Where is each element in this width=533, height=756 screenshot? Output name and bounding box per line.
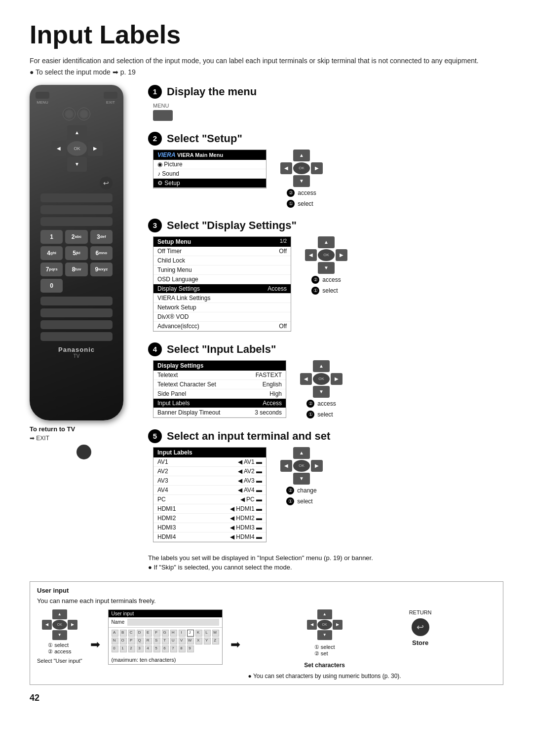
fn-btn-2[interactable] xyxy=(40,308,113,317)
return-button[interactable]: ↩ xyxy=(100,177,113,189)
ok-set-left[interactable]: ◀ xyxy=(307,620,317,630)
step-5-menu-title: Input Labels xyxy=(153,448,266,457)
key-p[interactable]: P xyxy=(128,638,135,644)
key-d[interactable]: D xyxy=(137,630,144,637)
fn-btn-3[interactable] xyxy=(40,320,113,329)
num-7[interactable]: 7pqrs xyxy=(40,263,63,276)
exit-button[interactable] xyxy=(104,92,117,99)
key-s[interactable]: S xyxy=(153,638,160,644)
key-f[interactable]: F xyxy=(153,630,160,637)
key-9k[interactable]: 9 xyxy=(187,645,194,652)
exit-circle-btn[interactable] xyxy=(76,445,91,459)
colored-btn-3[interactable] xyxy=(40,217,113,226)
brand-label: Panasonic xyxy=(36,346,117,353)
ok-left-5[interactable]: ◀ xyxy=(280,460,292,472)
ok-set-right[interactable]: ▶ xyxy=(333,620,343,630)
ok-up-5[interactable]: ▲ xyxy=(293,447,310,459)
num-5[interactable]: 5jkl xyxy=(65,246,87,260)
ok-right-4[interactable]: ▶ xyxy=(331,373,343,385)
ok-down-3[interactable]: ▼ xyxy=(318,262,335,274)
ok-down-5[interactable]: ▼ xyxy=(293,473,310,485)
brand-sub: TV xyxy=(36,353,117,359)
key-h[interactable]: H xyxy=(170,630,177,637)
ok-set-center[interactable]: OK xyxy=(317,620,332,630)
num-3[interactable]: 3def xyxy=(90,230,113,244)
num-1[interactable]: 1 xyxy=(40,230,63,244)
key-7k[interactable]: 7 xyxy=(170,645,177,652)
ok-mini-up-user[interactable]: ▲ xyxy=(52,609,67,619)
key-r[interactable]: R xyxy=(145,638,152,644)
key-5k[interactable]: 5 xyxy=(153,645,160,652)
key-z[interactable]: Z xyxy=(212,638,219,644)
key-y[interactable]: Y xyxy=(204,638,211,644)
ok-right-2[interactable]: ▶ xyxy=(311,162,323,174)
key-c[interactable]: C xyxy=(128,630,135,637)
ok-left-4[interactable]: ◀ xyxy=(300,373,312,385)
top-right-circle[interactable] xyxy=(77,108,90,120)
key-j[interactable]: J xyxy=(187,630,194,637)
ok-down-2[interactable]: ▼ xyxy=(293,175,310,187)
key-3k[interactable]: 3 xyxy=(137,645,144,652)
ok-mini-center-user[interactable]: OK xyxy=(52,620,67,630)
return-circle-button[interactable]: ↩ xyxy=(412,618,429,636)
ok-set-down[interactable]: ▼ xyxy=(317,630,332,640)
key-o[interactable]: O xyxy=(120,638,127,644)
colored-btn-1[interactable] xyxy=(40,193,113,202)
keyboard-name-input[interactable] xyxy=(127,619,219,626)
store-section: RETURN ↩ Store xyxy=(409,609,432,646)
ok-center-2[interactable]: OK xyxy=(293,162,310,174)
dpad-up[interactable]: ▲ xyxy=(67,125,87,140)
key-w[interactable]: W xyxy=(187,638,194,644)
key-q[interactable]: Q xyxy=(137,638,144,644)
key-6k[interactable]: 6 xyxy=(162,645,169,652)
ok-center-4[interactable]: OK xyxy=(313,373,330,385)
key-0k[interactable]: 0 xyxy=(112,645,118,652)
key-i[interactable]: I xyxy=(179,630,186,637)
key-x[interactable]: X xyxy=(195,638,202,644)
ok-left-2[interactable]: ◀ xyxy=(280,162,292,174)
ok-set-up[interactable]: ▲ xyxy=(317,609,332,619)
dpad-down[interactable]: ▼ xyxy=(67,157,87,172)
colored-btn-2[interactable] xyxy=(40,205,113,214)
fn-btn-4[interactable] xyxy=(40,332,113,341)
key-m[interactable]: M xyxy=(212,630,219,637)
num-0[interactable]: 0 xyxy=(40,279,63,293)
key-a[interactable]: A xyxy=(112,630,118,637)
num-9[interactable]: 9wxyz xyxy=(90,263,113,276)
ok-right-5[interactable]: ▶ xyxy=(311,460,323,472)
num-4[interactable]: 4ghi xyxy=(40,246,63,260)
num-8[interactable]: 8tuv xyxy=(65,263,87,276)
key-n[interactable]: N xyxy=(112,638,118,644)
ok-up-3[interactable]: ▲ xyxy=(318,236,335,248)
ok-center-5[interactable]: OK xyxy=(293,460,310,472)
ok-mini-down-user[interactable]: ▼ xyxy=(52,630,67,640)
key-t[interactable]: T xyxy=(162,638,169,644)
ok-up-2[interactable]: ▲ xyxy=(293,150,310,161)
top-left-circle[interactable] xyxy=(63,108,76,120)
key-8k[interactable]: 8 xyxy=(179,645,186,652)
key-k[interactable]: K xyxy=(195,630,202,637)
key-u[interactable]: U xyxy=(170,638,177,644)
ok-left-3[interactable]: ◀ xyxy=(305,249,317,261)
key-v[interactable]: V xyxy=(179,638,186,644)
num-6[interactable]: 6mno xyxy=(90,246,113,260)
fn-btn-1[interactable] xyxy=(40,297,113,305)
ok-mini-left-user[interactable]: ◀ xyxy=(42,620,52,630)
num-2[interactable]: 2abc xyxy=(65,230,87,244)
key-g[interactable]: G xyxy=(162,630,169,637)
menu-button[interactable] xyxy=(36,92,49,99)
key-b[interactable]: B xyxy=(120,630,127,637)
dpad-right[interactable]: ▶ xyxy=(88,141,103,156)
key-4k[interactable]: 4 xyxy=(145,645,152,652)
dpad-left[interactable]: ◀ xyxy=(51,141,66,156)
key-l[interactable]: L xyxy=(204,630,211,637)
key-e[interactable]: E xyxy=(145,630,152,637)
ok-center-3[interactable]: OK xyxy=(318,249,335,261)
ok-button[interactable]: OK xyxy=(67,141,87,156)
ok-down-4[interactable]: ▼ xyxy=(313,386,330,398)
key-1k[interactable]: 1 xyxy=(120,645,127,652)
ok-right-3[interactable]: ▶ xyxy=(336,249,347,261)
ok-up-4[interactable]: ▲ xyxy=(313,360,330,372)
ok-mini-right-user[interactable]: ▶ xyxy=(68,620,77,630)
key-2k[interactable]: 2 xyxy=(128,645,135,652)
